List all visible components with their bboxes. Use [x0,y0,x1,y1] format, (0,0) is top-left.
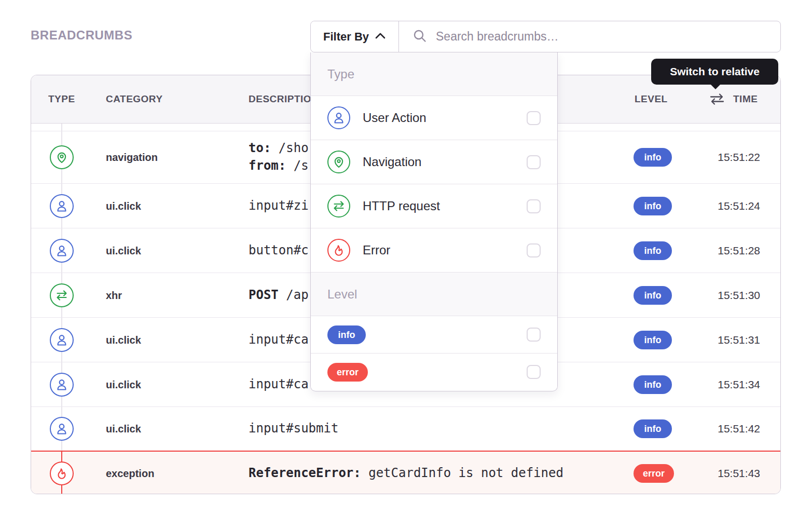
level-badge: info [634,197,672,215]
breadcrumb-category: xhr [106,289,122,301]
user-icon [50,239,74,263]
filter-section-level: Level [311,273,557,316]
checkbox-error-type[interactable] [527,243,541,257]
checkbox-level-error[interactable] [527,365,541,379]
breadcrumb-time: 15:51:43 [675,467,760,480]
breadcrumb-category: ui.click [106,378,141,390]
filter-option-label: HTTP request [363,199,514,213]
column-header-type: TYPE [48,93,75,105]
http-request-icon [50,283,74,307]
breadcrumb-description: POST /ap [249,287,309,304]
breadcrumb-description: button#c [249,242,309,260]
search-icon [412,29,427,45]
filter-option-label: Error [363,243,514,257]
http-request-icon [327,195,350,218]
level-badge: info [634,331,672,349]
user-icon [50,194,74,218]
level-badge: info [634,419,672,438]
breadcrumb-time: 15:51:30 [675,289,760,302]
column-header-time: TIME [733,93,758,105]
filter-dropdown: Type User Action Navigation HTTP request [310,52,558,391]
chevron-up-icon [375,32,386,42]
flame-icon [50,461,74,485]
filter-option-label: User Action [363,111,514,125]
filter-option-level-info[interactable]: info [311,316,557,354]
filter-option-error[interactable]: Error [311,228,557,273]
navigation-pin-icon [327,151,350,173]
checkbox-http-request[interactable] [527,199,541,213]
column-header-category: CATEGORY [106,93,163,105]
breadcrumb-description: input#submit [249,420,338,438]
breadcrumb-category: exception [106,467,154,479]
table-row-exception[interactable]: exception ReferenceError: getCardInfo is… [31,451,780,494]
breadcrumb-description: to: /shofrom: /s [249,140,309,174]
checkbox-navigation[interactable] [527,155,541,169]
tooltip: Switch to relative [651,59,778,85]
level-badge: info [634,241,672,260]
breadcrumb-time: 15:51:34 [675,378,760,391]
breadcrumb-category: ui.click [106,423,141,435]
breadcrumb-category: ui.click [106,245,141,256]
search-input[interactable] [436,30,780,44]
breadcrumb-time: 15:51:22 [675,151,760,164]
page-title: BREADCRUMBS [31,28,132,43]
search-bar [399,21,780,52]
breadcrumb-description: input#ca [249,331,309,349]
level-badge: info [634,148,672,167]
checkbox-level-info[interactable] [527,328,541,342]
column-header-level: LEVEL [635,93,668,105]
tooltip-text: Switch to relative [670,65,760,78]
filter-option-level-error[interactable]: error [311,354,557,390]
breadcrumb-category: ui.click [106,200,141,212]
breadcrumb-time: 15:51:24 [675,200,760,212]
filter-section-type: Type [311,52,557,96]
level-badge: info [634,286,672,305]
filter-option-navigation[interactable]: Navigation [311,140,557,184]
breadcrumb-category: ui.click [106,334,141,346]
user-icon [327,106,350,129]
breadcrumb-description: input#zi [249,197,309,215]
filter-option-user-action[interactable]: User Action [311,96,557,140]
breadcrumb-time: 15:51:42 [675,423,760,435]
breadcrumb-description: ReferenceError: getCardInfo is not defin… [249,465,563,482]
user-icon [50,373,74,397]
user-icon [50,417,74,441]
flame-icon [327,239,350,262]
breadcrumb-time: 15:51:31 [675,334,760,346]
table-row[interactable]: ui.click input#submit info 15:51:42 [31,407,780,451]
filter-by-button[interactable]: Filter By [311,21,399,52]
breadcrumbs-toolbar: Filter By [310,21,781,52]
breadcrumb-description: input#ca [249,376,309,393]
level-badge: error [634,464,674,483]
filter-option-label: Navigation [363,155,514,169]
level-badge: info [634,375,672,394]
breadcrumb-time: 15:51:28 [675,245,760,257]
checkbox-user-action[interactable] [527,111,541,125]
filter-option-http-request[interactable]: HTTP request [311,184,557,228]
filter-by-label: Filter By [323,30,369,44]
breadcrumb-category: navigation [106,152,158,164]
level-badge: error [327,363,368,382]
level-badge: info [327,325,366,344]
column-header-description: DESCRIPTION [249,93,319,105]
user-icon [50,328,74,352]
swap-arrows-icon[interactable] [709,92,725,106]
navigation-pin-icon [50,145,74,169]
